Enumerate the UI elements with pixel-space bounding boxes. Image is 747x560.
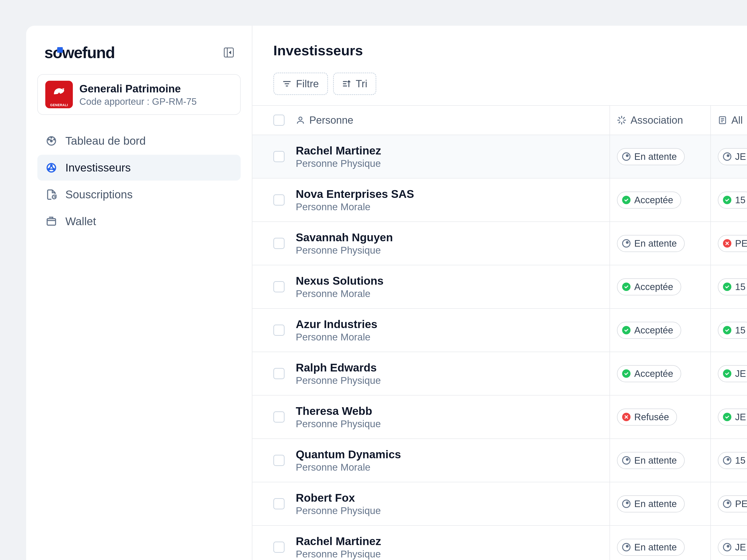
allocation-status-pill: 15 (718, 192, 747, 209)
nav-list: Tableau de bord Investisseurs Souscripti… (37, 128, 241, 234)
row-checkbox[interactable] (273, 325, 285, 336)
svg-point-3 (51, 137, 52, 138)
sidebar-header: sowefund (37, 44, 241, 61)
table-row[interactable]: Nova Enterprises SAS Personne Morale Acc… (252, 179, 747, 222)
svg-line-24 (623, 122, 624, 123)
row-checkbox[interactable] (273, 455, 285, 466)
person-name: Nova Enterprises SAS (296, 188, 414, 201)
person-type: Personne Morale (296, 288, 384, 299)
filter-button[interactable]: Filtre (273, 73, 328, 95)
allocation-status-pill: PE (718, 235, 747, 252)
wallet-icon (46, 216, 57, 227)
check-circle-icon (723, 413, 731, 421)
row-checkbox[interactable] (273, 151, 285, 162)
pending-icon (622, 543, 630, 551)
filter-icon (282, 79, 291, 88)
org-logo: GENERALI (45, 81, 73, 108)
person-type: Personne Physique (296, 158, 381, 169)
row-checkbox[interactable] (273, 194, 285, 206)
association-status-label: Refusée (634, 412, 669, 422)
filter-label: Filtre (296, 78, 319, 89)
app-window: sowefund GENERALI Generali Patrimoine (26, 26, 747, 560)
check-circle-icon (723, 283, 731, 291)
pending-icon (622, 500, 630, 508)
person-name: Robert Fox (296, 491, 381, 504)
person-name: Rachel Martinez (296, 144, 381, 157)
table-row[interactable]: Ralph Edwards Personne Physique Acceptée… (252, 352, 747, 396)
association-status-label: En attente (634, 152, 677, 162)
table-row[interactable]: Savannah Nguyen Personne Physique En att… (252, 222, 747, 265)
person-name: Ralph Edwards (296, 361, 381, 374)
sidebar-item-label: Wallet (66, 215, 96, 228)
x-circle-icon (723, 239, 731, 247)
allocation-status-pill: JE (718, 408, 747, 426)
check-circle-icon (622, 283, 630, 291)
allocation-status-pill: JE (718, 148, 747, 165)
person-name: Savannah Nguyen (296, 231, 393, 244)
person-name: Nexus Solutions (296, 274, 384, 287)
svg-point-5 (48, 139, 49, 140)
check-circle-icon (723, 326, 731, 335)
app-logo[interactable]: sowefund (44, 44, 114, 61)
row-checkbox[interactable] (273, 498, 285, 509)
org-name: Generali Patrimoine (79, 82, 197, 95)
person-type: Personne Physique (296, 375, 381, 386)
allocation-label: 15 (735, 455, 746, 466)
row-checkbox[interactable] (273, 238, 285, 249)
allocation-label: 15 (735, 325, 746, 336)
allocation-status-pill: JE (718, 539, 747, 556)
sidebar: sowefund GENERALI Generali Patrimoine (26, 26, 252, 560)
association-status-label: En attente (634, 238, 677, 249)
svg-point-4 (54, 139, 55, 140)
col-allocation-label: All (731, 114, 743, 126)
table-row[interactable]: Quantum Dynamics Personne Morale En atte… (252, 439, 747, 482)
org-code: Code apporteur : GP-RM-75 (79, 96, 197, 107)
row-checkbox[interactable] (273, 368, 285, 379)
association-status-label: Acceptée (634, 195, 673, 205)
sidebar-item-wallet[interactable]: Wallet (37, 208, 241, 234)
sidebar-item-tableau-de-bord[interactable]: Tableau de bord (37, 128, 241, 154)
table-row[interactable]: Azur Industries Personne Morale Acceptée… (252, 309, 747, 352)
check-circle-icon (723, 196, 731, 204)
person-type: Personne Morale (296, 331, 377, 343)
association-status-pill: En attente (617, 539, 685, 556)
svg-line-27 (619, 122, 620, 123)
select-all-checkbox[interactable] (273, 114, 285, 126)
person-type: Personne Physique (296, 245, 393, 256)
svg-rect-13 (47, 219, 56, 225)
table-body: Rachel Martinez Personne Physique En att… (252, 135, 747, 560)
collapse-sidebar-icon[interactable] (224, 48, 234, 57)
table-row[interactable]: Rachel Martinez Personne Physique En att… (252, 526, 747, 560)
org-card[interactable]: GENERALI Generali Patrimoine Code apport… (37, 74, 241, 115)
association-icon (617, 115, 626, 125)
org-logo-text: GENERALI (50, 103, 68, 107)
sort-label: Tri (356, 78, 367, 89)
table-row[interactable]: Nexus Solutions Personne Morale Acceptée… (252, 265, 747, 309)
svg-line-2 (50, 139, 51, 141)
association-status-pill: Refusée (617, 408, 677, 426)
table-row[interactable]: Rachel Martinez Personne Physique En att… (252, 135, 747, 179)
sidebar-item-label: Souscriptions (66, 188, 133, 201)
association-status-label: En attente (634, 499, 677, 509)
person-name: Quantum Dynamics (296, 448, 401, 461)
table-row[interactable]: Robert Fox Personne Physique En attente … (252, 482, 747, 526)
pending-icon (622, 152, 630, 161)
row-checkbox[interactable] (273, 541, 285, 553)
allocation-label: 15 (735, 282, 746, 292)
person-type: Personne Physique (296, 549, 381, 560)
sidebar-item-souscriptions[interactable]: Souscriptions (37, 182, 241, 208)
association-status-pill: Acceptée (617, 365, 681, 382)
table-row[interactable]: Theresa Webb Personne Physique Refusée J… (252, 396, 747, 439)
association-status-pill: En attente (617, 452, 685, 469)
row-checkbox[interactable] (273, 411, 285, 423)
person-type: Personne Morale (296, 202, 414, 213)
allocation-status-pill: PE (718, 496, 747, 512)
sidebar-item-investisseurs[interactable]: Investisseurs (37, 155, 241, 181)
allocation-status-pill: 15 (718, 322, 747, 339)
pending-icon (723, 543, 731, 551)
allocation-label: JE (735, 412, 746, 422)
sort-button[interactable]: Tri (333, 73, 377, 95)
investors-table: Personne (252, 106, 747, 560)
allocation-label: PE (735, 238, 747, 249)
row-checkbox[interactable] (273, 281, 285, 292)
